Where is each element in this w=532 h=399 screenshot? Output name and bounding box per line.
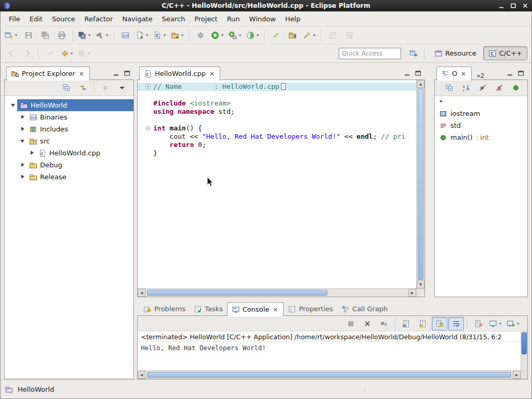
outline-item-iostream[interactable]: iostream xyxy=(435,108,527,119)
run-button[interactable]: ▾ xyxy=(209,29,226,42)
editor-horizontal-scrollbar[interactable]: ◀ ▶ xyxy=(138,288,416,297)
editor-vertical-scrollbar[interactable]: ▲ ▼ xyxy=(416,80,424,288)
maximize-editor-button[interactable] xyxy=(414,69,423,77)
code-line[interactable] xyxy=(138,116,416,124)
toggle-mark-occurrences-button[interactable] xyxy=(268,29,284,42)
tab-properties[interactable]: Properties xyxy=(284,302,337,315)
expander-icon[interactable] xyxy=(19,123,26,135)
code-editor[interactable]: // Name : HelloWorld.cpp#include <iostre… xyxy=(138,80,416,288)
title-bar[interactable]: C/C++ - HelloWorld/src/HelloWorld.cpp - … xyxy=(0,0,532,11)
view-menu-button[interactable] xyxy=(114,81,130,95)
scrollbar-thumb[interactable] xyxy=(418,88,423,280)
build-button[interactable]: ▾ xyxy=(94,29,111,42)
hide-fields-button[interactable] xyxy=(475,81,490,95)
tree-item-binaries[interactable]: 010Binaries xyxy=(5,111,134,123)
menu-window[interactable]: Window xyxy=(245,14,281,24)
fold-column[interactable] xyxy=(138,124,153,132)
show-console-stdout-button[interactable] xyxy=(398,317,414,330)
remove-all-launches-button[interactable] xyxy=(376,317,392,330)
external-tools-button[interactable]: ▾ xyxy=(227,29,244,42)
menu-refactor[interactable]: Refactor xyxy=(80,14,118,24)
minimize-view-button[interactable] xyxy=(112,69,121,77)
tree-item-helloworld[interactable]: HelloWorld xyxy=(5,99,134,111)
tab-helloworld-cpp[interactable]: C HelloWorld.cpp xyxy=(139,66,220,81)
close-icon[interactable] xyxy=(460,70,467,77)
tab-outline[interactable]: O xyxy=(436,66,472,81)
scroll-left-button[interactable]: ◀ xyxy=(138,289,145,297)
back-button[interactable]: ▾ xyxy=(59,47,75,60)
minimize-editor-button[interactable] xyxy=(403,69,412,77)
code-line[interactable]: using namespace std; xyxy=(138,108,416,116)
word-wrap-button[interactable] xyxy=(448,317,464,330)
new-cpp-project-button[interactable]: ▾ xyxy=(169,29,186,42)
perspective-c-c[interactable]: CC/C++ xyxy=(483,46,527,60)
vertical-sash[interactable] xyxy=(425,66,434,297)
hidden-tabs-indicator[interactable]: »2 xyxy=(476,72,484,79)
collapse-all-button[interactable] xyxy=(442,81,457,95)
scroll-right-button[interactable]: ▶ xyxy=(408,289,416,297)
expander-icon[interactable] xyxy=(19,111,26,123)
tree-item-includes[interactable]: Includes xyxy=(5,123,134,135)
quick-access-input[interactable] xyxy=(339,48,401,59)
window-maximize-button[interactable] xyxy=(508,2,518,10)
tree-item-debug[interactable]: Debug xyxy=(5,159,134,171)
hide-static-button[interactable]: S xyxy=(491,81,507,95)
window-close-button[interactable] xyxy=(520,2,530,10)
tree-item-release[interactable]: Release xyxy=(5,171,134,183)
console-horizontal-scrollbar[interactable]: ◀ ▶ xyxy=(138,370,521,379)
close-icon[interactable] xyxy=(78,70,85,77)
close-icon[interactable] xyxy=(208,70,216,77)
expander-icon[interactable] xyxy=(19,171,26,183)
scroll-right-button[interactable]: ▶ xyxy=(513,371,521,379)
code-line[interactable]: cout << "Hello, Red Hat Developers World… xyxy=(138,132,416,141)
window-minimize-button[interactable] xyxy=(496,2,506,10)
collapsed-region-indicator[interactable] xyxy=(281,83,286,90)
new-cpp-class-button[interactable]: C▾ xyxy=(152,29,168,42)
fold-column[interactable] xyxy=(138,83,153,91)
scroll-down-button[interactable]: ▼ xyxy=(417,281,424,288)
coverage-button[interactable]: ▾ xyxy=(245,29,261,42)
tab-call-graph[interactable]: Call Graph xyxy=(337,302,392,315)
code-line[interactable]: #include <iostream> xyxy=(138,99,416,108)
scroll-lock-button[interactable] xyxy=(432,317,447,330)
scroll-up-button[interactable]: ▲ xyxy=(417,80,424,88)
clear-console-button[interactable] xyxy=(471,317,486,330)
profile-button[interactable] xyxy=(193,29,208,42)
code-line[interactable]: } xyxy=(138,149,416,157)
scrollbar-thumb[interactable] xyxy=(522,332,527,354)
print-button[interactable] xyxy=(54,29,70,42)
search-button[interactable]: ▾ xyxy=(301,29,318,42)
hide-non-public-button[interactable] xyxy=(508,81,524,95)
collapse-all-button[interactable] xyxy=(59,81,74,95)
new-button[interactable]: ▾ xyxy=(3,29,20,42)
tab-problems[interactable]: Problems xyxy=(139,302,190,315)
tab-tasks[interactable]: Tasks xyxy=(190,302,227,315)
menu-source[interactable]: Source xyxy=(47,14,80,24)
menu-navigate[interactable]: Navigate xyxy=(117,14,157,24)
link-with-editor-button[interactable] xyxy=(75,81,91,95)
expander-icon[interactable] xyxy=(19,159,26,171)
open-perspective-button[interactable] xyxy=(406,47,421,60)
debug-last-button[interactable]: ▾ xyxy=(76,29,93,42)
new-cpp-source-file-button[interactable]: ▾ xyxy=(134,29,151,42)
console-output[interactable]: Hello, Red Hat Developers World! xyxy=(138,342,521,370)
scrollbar-thumb[interactable] xyxy=(147,290,327,296)
menu-edit[interactable]: Edit xyxy=(25,14,47,24)
expander-icon[interactable] xyxy=(29,147,36,159)
vertical-sash[interactable] xyxy=(134,66,137,379)
show-console-stderr-button[interactable] xyxy=(415,317,431,330)
sort-button[interactable]: az xyxy=(458,81,474,95)
console-vertical-scrollbar[interactable] xyxy=(521,331,527,370)
expander-icon[interactable] xyxy=(19,135,26,147)
code-line[interactable]: return 0; xyxy=(138,141,416,149)
tree-item-helloworld-cpp[interactable]: CHelloWorld.cpp xyxy=(5,147,134,159)
maximize-view-button[interactable] xyxy=(123,69,132,77)
outline-item-main[interactable]: main() : int xyxy=(435,131,527,143)
code-line[interactable]: int main() { xyxy=(138,124,416,132)
tree-item-src[interactable]: src xyxy=(5,135,134,147)
code-line[interactable]: // Name : HelloWorld.cpp xyxy=(138,83,416,91)
code-line[interactable] xyxy=(138,91,416,99)
perspective-resource[interactable]: Resource xyxy=(429,46,482,60)
menu-help[interactable]: Help xyxy=(281,14,305,24)
outline-item-std[interactable]: std xyxy=(435,119,527,131)
